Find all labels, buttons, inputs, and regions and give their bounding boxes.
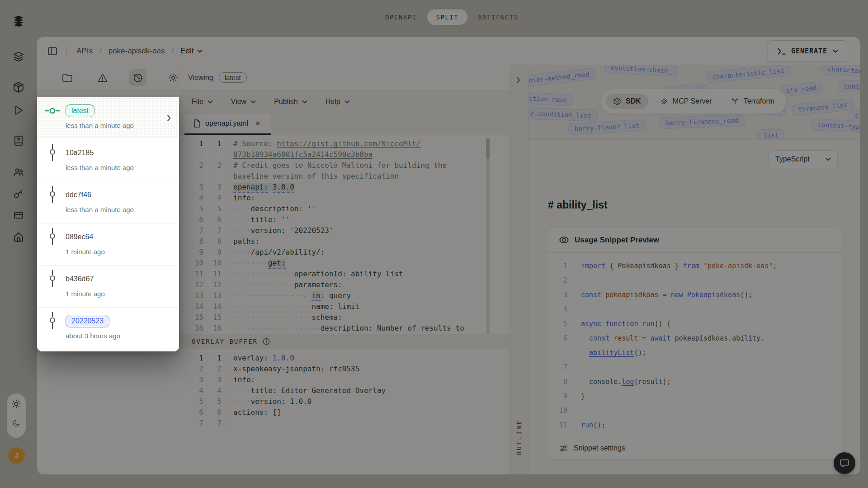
version-timestamp: 1 minute ago bbox=[66, 290, 179, 298]
version-history-popover: latestless than a minute ago10a2185less … bbox=[37, 97, 179, 351]
version-badge: 20220523 bbox=[66, 315, 109, 327]
git-commit-icon bbox=[49, 311, 56, 331]
git-commit-icon bbox=[49, 269, 56, 289]
version-label: b436d67 bbox=[66, 265, 179, 287]
chevron-right-icon bbox=[167, 114, 171, 122]
version-label: 10a2185 bbox=[66, 139, 179, 161]
version-label: 089ec64 bbox=[66, 223, 179, 245]
version-timestamp: less than a minute ago bbox=[66, 206, 179, 213]
version-item-20220523[interactable]: 20220523about 3 hours ago bbox=[37, 308, 179, 351]
version-timestamp: about 3 hours ago bbox=[66, 332, 179, 340]
git-commit-icon bbox=[49, 227, 56, 247]
app-window: J OPENAPISPLITARTIFACTS APIs/poke-apisdk… bbox=[0, 0, 868, 488]
version-timestamp: less than a minute ago bbox=[66, 122, 179, 129]
branch-latest-icon bbox=[44, 107, 61, 114]
version-item-ddc7f46[interactable]: ddc7f46less than a minute ago bbox=[37, 181, 179, 223]
version-item-b436d67[interactable]: b436d671 minute ago bbox=[37, 265, 179, 308]
version-item-10a2185[interactable]: 10a2185less than a minute ago bbox=[37, 139, 179, 181]
version-label: ddc7f46 bbox=[66, 181, 179, 203]
git-commit-icon bbox=[49, 185, 56, 205]
git-commit-icon bbox=[49, 143, 56, 163]
version-badge: latest bbox=[66, 104, 94, 117]
version-label: latest bbox=[66, 97, 179, 119]
version-item-089ec64[interactable]: 089ec641 minute ago bbox=[37, 223, 179, 265]
version-label: 20220523 bbox=[66, 308, 179, 329]
version-timestamp: 1 minute ago bbox=[66, 248, 179, 256]
version-item-latest[interactable]: latestless than a minute ago bbox=[37, 97, 179, 139]
version-timestamp: less than a minute ago bbox=[66, 164, 179, 171]
